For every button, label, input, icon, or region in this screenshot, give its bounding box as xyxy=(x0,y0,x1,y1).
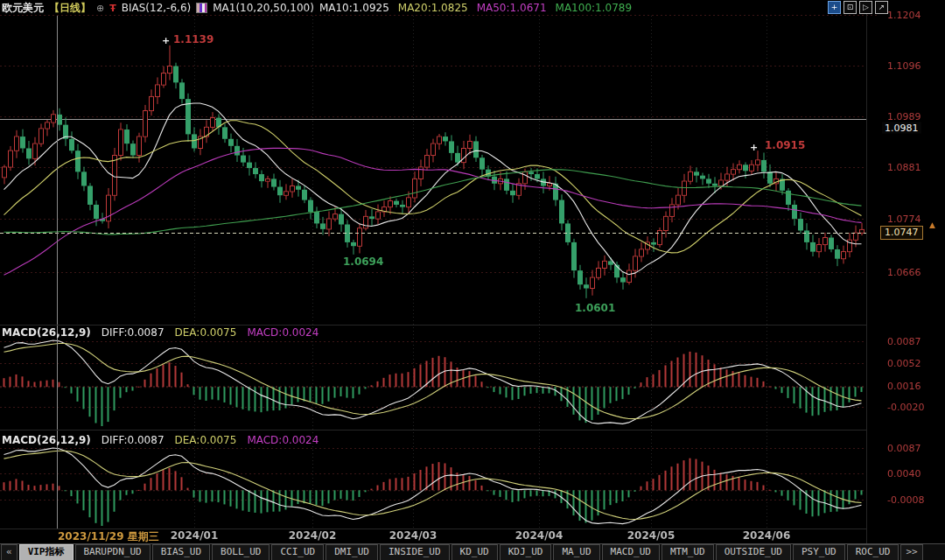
month-label-2024/01: 2024/01 xyxy=(171,529,218,542)
tab-DMI_UD[interactable]: DMI_UD xyxy=(326,544,378,560)
ma-group-label: MA1(10,20,50,100) xyxy=(213,2,314,14)
tabs-scroll-left[interactable]: « xyxy=(1,544,18,560)
tab-MACD_UD[interactable]: MACD_UD xyxy=(602,544,660,560)
crosshair-date-label: 2023/11/29 星期三 xyxy=(58,529,159,544)
tab-ROC_UD[interactable]: ROC_UD xyxy=(847,544,900,560)
extreme-marker: + xyxy=(162,35,170,46)
macd1-tick-0.0052: 0.0052 xyxy=(887,358,921,369)
price-tick-1.0989: 1.0989 xyxy=(887,111,921,122)
price-tick-1.0881: 1.0881 xyxy=(887,162,921,173)
month-label-2024/05: 2024/05 xyxy=(627,529,675,542)
tab-BOLL_UD[interactable]: BOLL_UD xyxy=(212,544,270,560)
month-label-2024/06: 2024/06 xyxy=(743,529,790,542)
symbol-name: 欧元美元 xyxy=(2,1,44,16)
macd1-tick--0.0020: -0.0020 xyxy=(887,402,924,413)
macd2-tick-0.0040: 0.0040 xyxy=(887,468,921,480)
ma-value-2: MA20:1.0825 xyxy=(398,2,468,14)
indicator-tab-bar: «VIP指标BARUPDN_UDBIAS_UDBOLL_UDCCI_UDDMI_… xyxy=(0,543,945,560)
month-label-2024/03: 2024/03 xyxy=(389,529,437,542)
trading-app: 欧元美元 【日线】 ⊕ Ŧ BIAS(12,-6,6) MA1(10,20,50… xyxy=(0,0,945,560)
macd2-tick--0.0008: -0.0008 xyxy=(887,494,924,506)
tab-BARUPDN_UD[interactable]: BARUPDN_UD xyxy=(75,544,150,560)
macd-dea-value: DEA:0.0075 xyxy=(175,326,237,339)
tab-KDJ_UD[interactable]: KDJ_UD xyxy=(500,544,552,560)
macd-macd-value: MACD:0.0024 xyxy=(247,434,318,446)
price-up-arrow-icon: ▲ xyxy=(929,220,935,229)
ma-value-1: MA10:1.0925 xyxy=(319,2,389,14)
panel-separator xyxy=(0,430,866,430)
price-tick-1.0666: 1.0666 xyxy=(887,267,921,278)
prev-close-label: 1.0981 xyxy=(882,122,921,134)
month-label-2024/04: 2024/04 xyxy=(515,529,563,542)
panel-separator xyxy=(0,325,866,326)
macd-title: MACD(26,12,9) xyxy=(2,434,91,446)
pane-next-icon[interactable]: ▷ xyxy=(859,1,872,14)
tab-MA_UD[interactable]: MA_UD xyxy=(553,544,599,560)
pane-prev-icon[interactable]: ⊡ xyxy=(844,1,857,14)
chart-toolbar: +⊡▷↗ xyxy=(828,1,888,14)
macd1-tick-0.0016: 0.0016 xyxy=(887,381,921,392)
tab-CCI_UD[interactable]: CCI_UD xyxy=(271,544,324,560)
ma-values: MA10:1.0925MA20:1.0825MA50:1.0671MA100:1… xyxy=(319,2,632,14)
macd2-tick-0.0087: 0.0087 xyxy=(887,443,921,454)
macd-header-2: MACD(26,12,9)DIFF:0.0087DEA:0.0075MACD:0… xyxy=(2,434,318,446)
ma-value-3: MA50:1.0671 xyxy=(477,2,547,14)
price-tick-1.1096: 1.1096 xyxy=(887,60,921,72)
axis-separator xyxy=(866,0,867,543)
macd-diff-value: DIFF:0.0087 xyxy=(102,434,164,446)
macd-header-1: MACD(26,12,9)DIFF:0.0087DEA:0.0075MACD:0… xyxy=(2,326,318,339)
tab-INSIDE_UD[interactable]: INSIDE_UD xyxy=(380,544,450,560)
tabs-more[interactable]: >> xyxy=(900,544,922,560)
pane-popout-icon[interactable]: ↗ xyxy=(875,1,888,14)
macd-title: MACD(26,12,9) xyxy=(2,326,91,339)
price-annotation-1.0915: 1.0915 xyxy=(765,139,805,151)
macd1-tick-0.0087: 0.0087 xyxy=(887,336,921,347)
macd-macd-value: MACD:0.0024 xyxy=(247,326,318,339)
pin-icon[interactable]: Ŧ xyxy=(109,3,116,14)
price-tick-1.0774: 1.0774 xyxy=(887,214,921,225)
price-annotation-1.0694: 1.0694 xyxy=(343,256,383,268)
macd-dea-value: DEA:0.0075 xyxy=(175,434,237,446)
ma-value-4: MA100:1.0789 xyxy=(556,2,633,14)
extreme-marker: + xyxy=(750,142,758,153)
date-axis: 2023/11/29 星期三 2024/012024/022024/032024… xyxy=(0,529,945,543)
period-label: 【日线】 xyxy=(49,1,91,16)
crosshair-move-icon[interactable]: + xyxy=(828,1,841,14)
tab-OUTSIDE_UD[interactable]: OUTSIDE_UD xyxy=(716,544,791,560)
chart-canvas[interactable] xyxy=(0,0,945,543)
kline-icon[interactable] xyxy=(196,3,207,13)
bias-indicator-label: BIAS(12,-6,6) xyxy=(122,2,191,14)
add-indicator-icon[interactable]: ⊕ xyxy=(96,3,104,14)
price-annotation-1.0601: 1.0601 xyxy=(575,302,615,314)
chart-header: 欧元美元 【日线】 ⊕ Ŧ BIAS(12,-6,6) MA1(10,20,50… xyxy=(0,0,945,16)
tab-PSY_UD[interactable]: PSY_UD xyxy=(793,544,845,560)
tab-BIAS_UD[interactable]: BIAS_UD xyxy=(152,544,210,560)
month-label-2024/02: 2024/02 xyxy=(289,529,336,542)
current-price-label: 1.0747 xyxy=(880,226,923,240)
tab-KD_UD[interactable]: KD_UD xyxy=(452,544,498,560)
price-annotation-1.1139: 1.1139 xyxy=(173,33,214,46)
tab-MTM_UD[interactable]: MTM_UD xyxy=(662,544,714,560)
tab-VIP指标[interactable]: VIP指标 xyxy=(19,544,74,560)
macd-diff-value: DIFF:0.0087 xyxy=(102,326,164,339)
